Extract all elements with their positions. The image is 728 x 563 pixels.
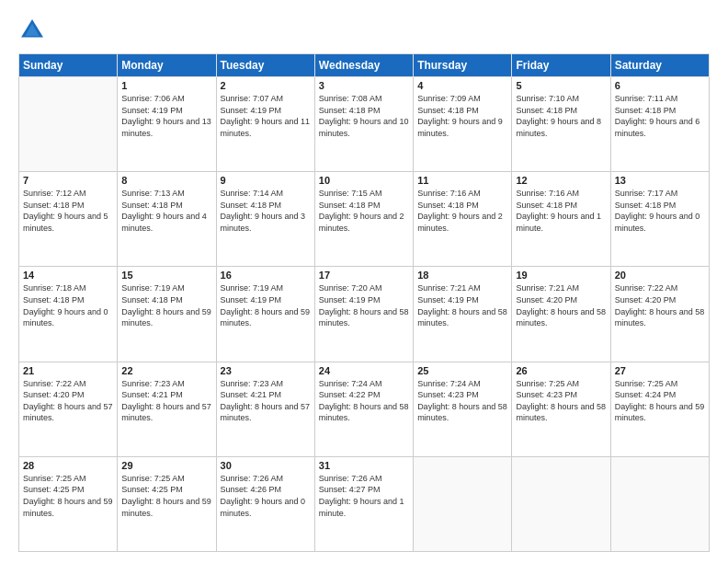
day-info: Sunrise: 7:15 AMSunset: 4:18 PMDaylight:… (319, 188, 409, 234)
calendar-cell: 30Sunrise: 7:26 AMSunset: 4:26 PMDayligh… (216, 456, 314, 551)
day-number: 19 (516, 270, 606, 281)
calendar-cell: 11Sunrise: 7:16 AMSunset: 4:18 PMDayligh… (414, 172, 512, 267)
day-info: Sunrise: 7:21 AMSunset: 4:20 PMDaylight:… (516, 282, 606, 328)
day-number: 7 (23, 175, 113, 186)
day-info: Sunrise: 7:21 AMSunset: 4:19 PMDaylight:… (417, 282, 507, 328)
weekday-header-friday: Friday (512, 54, 610, 77)
day-number: 22 (121, 365, 211, 376)
day-info: Sunrise: 7:19 AMSunset: 4:18 PMDaylight:… (121, 282, 211, 328)
calendar-cell: 14Sunrise: 7:18 AMSunset: 4:18 PMDayligh… (19, 267, 118, 362)
day-info: Sunrise: 7:24 AMSunset: 4:23 PMDaylight:… (417, 378, 507, 424)
calendar-cell: 17Sunrise: 7:20 AMSunset: 4:19 PMDayligh… (314, 267, 413, 362)
day-number: 25 (417, 365, 507, 376)
day-number: 26 (516, 365, 606, 376)
calendar-cell: 28Sunrise: 7:25 AMSunset: 4:25 PMDayligh… (19, 456, 118, 551)
calendar-cell: 31Sunrise: 7:26 AMSunset: 4:27 PMDayligh… (314, 456, 413, 551)
calendar-cell: 20Sunrise: 7:22 AMSunset: 4:20 PMDayligh… (610, 267, 709, 362)
calendar-cell: 18Sunrise: 7:21 AMSunset: 4:19 PMDayligh… (414, 267, 512, 362)
day-info: Sunrise: 7:20 AMSunset: 4:19 PMDaylight:… (319, 282, 409, 328)
day-number: 20 (615, 270, 705, 281)
day-info: Sunrise: 7:26 AMSunset: 4:27 PMDaylight:… (319, 473, 409, 519)
calendar-cell: 5Sunrise: 7:10 AMSunset: 4:18 PMDaylight… (512, 77, 610, 172)
calendar-cell: 15Sunrise: 7:19 AMSunset: 4:18 PMDayligh… (118, 267, 216, 362)
calendar-cell: 2Sunrise: 7:07 AMSunset: 4:19 PMDaylight… (216, 77, 314, 172)
logo (18, 17, 50, 44)
day-info: Sunrise: 7:25 AMSunset: 4:23 PMDaylight:… (516, 378, 606, 424)
calendar-cell: 19Sunrise: 7:21 AMSunset: 4:20 PMDayligh… (512, 267, 610, 362)
day-number: 16 (221, 270, 311, 281)
calendar-table: SundayMondayTuesdayWednesdayThursdayFrid… (18, 53, 710, 552)
day-info: Sunrise: 7:24 AMSunset: 4:22 PMDaylight:… (319, 378, 409, 424)
day-number: 15 (121, 270, 211, 281)
day-info: Sunrise: 7:18 AMSunset: 4:18 PMDaylight:… (23, 282, 113, 328)
calendar-cell: 16Sunrise: 7:19 AMSunset: 4:19 PMDayligh… (216, 267, 314, 362)
day-info: Sunrise: 7:10 AMSunset: 4:18 PMDaylight:… (516, 93, 606, 139)
calendar-cell: 22Sunrise: 7:23 AMSunset: 4:21 PMDayligh… (118, 362, 216, 456)
day-info: Sunrise: 7:08 AMSunset: 4:18 PMDaylight:… (319, 93, 409, 139)
calendar-cell: 27Sunrise: 7:25 AMSunset: 4:24 PMDayligh… (610, 362, 709, 456)
week-row-2: 7Sunrise: 7:12 AMSunset: 4:18 PMDaylight… (19, 172, 710, 267)
day-info: Sunrise: 7:13 AMSunset: 4:18 PMDaylight:… (121, 188, 211, 234)
day-number: 29 (121, 460, 211, 471)
day-number: 12 (516, 175, 606, 186)
calendar-cell: 4Sunrise: 7:09 AMSunset: 4:18 PMDaylight… (414, 77, 512, 172)
day-info: Sunrise: 7:16 AMSunset: 4:18 PMDaylight:… (516, 188, 606, 234)
day-number: 18 (417, 270, 507, 281)
calendar-cell: 21Sunrise: 7:22 AMSunset: 4:20 PMDayligh… (19, 362, 118, 456)
day-info: Sunrise: 7:25 AMSunset: 4:25 PMDaylight:… (121, 473, 211, 519)
week-row-5: 28Sunrise: 7:25 AMSunset: 4:25 PMDayligh… (19, 456, 710, 551)
day-info: Sunrise: 7:19 AMSunset: 4:19 PMDaylight:… (221, 282, 311, 328)
calendar-cell: 29Sunrise: 7:25 AMSunset: 4:25 PMDayligh… (118, 456, 216, 551)
weekday-header-row: SundayMondayTuesdayWednesdayThursdayFrid… (19, 54, 710, 77)
calendar-cell (19, 77, 118, 172)
calendar-cell: 24Sunrise: 7:24 AMSunset: 4:22 PMDayligh… (314, 362, 413, 456)
day-number: 17 (319, 270, 409, 281)
day-number: 1 (121, 80, 211, 91)
page: SundayMondayTuesdayWednesdayThursdayFrid… (0, 0, 728, 563)
day-number: 6 (615, 80, 705, 91)
day-info: Sunrise: 7:22 AMSunset: 4:20 PMDaylight:… (615, 282, 705, 328)
day-number: 10 (319, 175, 409, 186)
day-info: Sunrise: 7:25 AMSunset: 4:25 PMDaylight:… (23, 473, 113, 519)
day-number: 13 (615, 175, 705, 186)
calendar-cell: 7Sunrise: 7:12 AMSunset: 4:18 PMDaylight… (19, 172, 118, 267)
calendar-cell: 8Sunrise: 7:13 AMSunset: 4:18 PMDaylight… (118, 172, 216, 267)
calendar-cell (414, 456, 512, 551)
day-number: 11 (417, 175, 507, 186)
calendar-cell: 1Sunrise: 7:06 AMSunset: 4:19 PMDaylight… (118, 77, 216, 172)
calendar-cell: 25Sunrise: 7:24 AMSunset: 4:23 PMDayligh… (414, 362, 512, 456)
day-number: 3 (319, 80, 409, 91)
calendar-cell: 10Sunrise: 7:15 AMSunset: 4:18 PMDayligh… (314, 172, 413, 267)
calendar-cell: 9Sunrise: 7:14 AMSunset: 4:18 PMDaylight… (216, 172, 314, 267)
day-info: Sunrise: 7:12 AMSunset: 4:18 PMDaylight:… (23, 188, 113, 234)
day-info: Sunrise: 7:23 AMSunset: 4:21 PMDaylight:… (221, 378, 311, 424)
header (18, 17, 710, 44)
weekday-header-tuesday: Tuesday (216, 54, 314, 77)
calendar-cell: 23Sunrise: 7:23 AMSunset: 4:21 PMDayligh… (216, 362, 314, 456)
day-number: 21 (23, 365, 113, 376)
day-info: Sunrise: 7:07 AMSunset: 4:19 PMDaylight:… (221, 93, 311, 139)
day-number: 24 (319, 365, 409, 376)
day-info: Sunrise: 7:14 AMSunset: 4:18 PMDaylight:… (221, 188, 311, 234)
weekday-header-thursday: Thursday (414, 54, 512, 77)
day-info: Sunrise: 7:22 AMSunset: 4:20 PMDaylight:… (23, 378, 113, 424)
day-info: Sunrise: 7:26 AMSunset: 4:26 PMDaylight:… (221, 473, 311, 519)
day-number: 4 (417, 80, 507, 91)
day-info: Sunrise: 7:17 AMSunset: 4:18 PMDaylight:… (615, 188, 705, 234)
calendar-cell: 6Sunrise: 7:11 AMSunset: 4:18 PMDaylight… (610, 77, 709, 172)
calendar-cell: 3Sunrise: 7:08 AMSunset: 4:18 PMDaylight… (314, 77, 413, 172)
calendar-cell: 26Sunrise: 7:25 AMSunset: 4:23 PMDayligh… (512, 362, 610, 456)
day-number: 9 (221, 175, 311, 186)
day-info: Sunrise: 7:25 AMSunset: 4:24 PMDaylight:… (615, 378, 705, 424)
weekday-header-wednesday: Wednesday (314, 54, 413, 77)
weekday-header-saturday: Saturday (610, 54, 709, 77)
logo-icon (18, 17, 46, 44)
day-number: 14 (23, 270, 113, 281)
calendar-cell (512, 456, 610, 551)
day-number: 28 (23, 460, 113, 471)
day-number: 31 (319, 460, 409, 471)
day-number: 27 (615, 365, 705, 376)
calendar-cell (610, 456, 709, 551)
week-row-1: 1Sunrise: 7:06 AMSunset: 4:19 PMDaylight… (19, 77, 710, 172)
day-number: 30 (221, 460, 311, 471)
